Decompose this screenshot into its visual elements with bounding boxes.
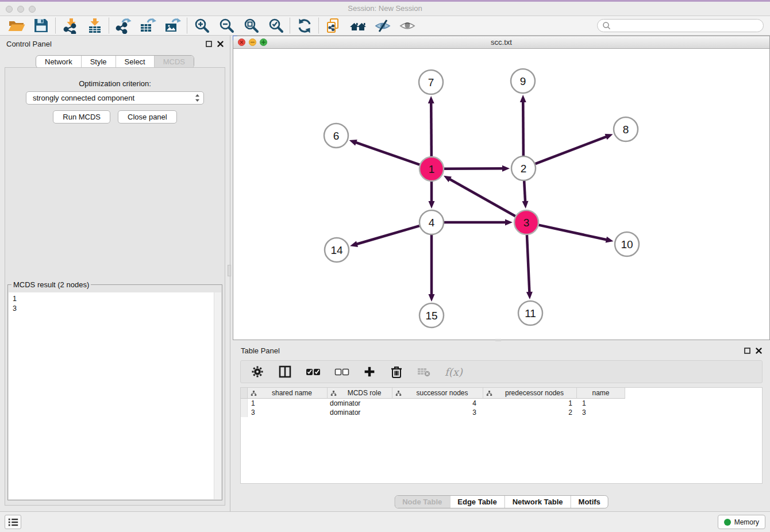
network-graph[interactable]: 7968124314101511: [233, 49, 769, 340]
tab-network-table[interactable]: Network Table: [505, 496, 571, 508]
table-cell[interactable]: dominator: [328, 399, 392, 408]
zoom-window-button[interactable]: [29, 6, 36, 13]
column-header-name[interactable]: name: [577, 388, 625, 399]
zoom-fit-button[interactable]: [238, 17, 263, 34]
column-header-MCDS-role[interactable]: MCDS role: [328, 388, 392, 399]
graph-edge-4-14[interactable]: [356, 226, 419, 244]
create-column-button[interactable]: [363, 365, 376, 378]
memory-status-button[interactable]: Memory: [718, 515, 765, 529]
float-panel-icon[interactable]: [206, 41, 212, 47]
close-network-button[interactable]: [238, 38, 245, 46]
table-cell[interactable]: 1: [483, 399, 577, 408]
save-session-button[interactable]: [29, 17, 53, 34]
table-cell[interactable]: 3: [248, 408, 328, 417]
row-header: [241, 408, 248, 417]
export-network-button[interactable]: [111, 17, 136, 34]
table-row[interactable]: 1dominator411: [241, 399, 762, 408]
graph-edge-2-8[interactable]: [536, 136, 608, 164]
vertical-splitter-grip[interactable]: [228, 265, 231, 276]
graph-node-7[interactable]: 7: [419, 70, 443, 94]
deselect-all-button[interactable]: [334, 367, 349, 377]
optimization-criterion-select[interactable]: strongly connected component: [26, 91, 204, 105]
table-cell[interactable]: dominator: [328, 408, 392, 417]
table-row[interactable]: 3dominator323: [241, 408, 762, 417]
result-scrollbar[interactable]: [214, 292, 221, 499]
network-canvas[interactable]: 7968124314101511: [233, 49, 769, 340]
delete-column-button[interactable]: [390, 365, 403, 379]
zoom-out-button[interactable]: [214, 17, 238, 34]
graph-edge-2-3[interactable]: [524, 181, 525, 203]
export-table-button[interactable]: [136, 17, 160, 34]
column-header-successor-nodes[interactable]: successor nodes: [392, 388, 483, 399]
tab-select[interactable]: Select: [116, 56, 154, 68]
graph-node-11[interactable]: 11: [518, 301, 542, 325]
tab-mcds[interactable]: MCDS: [154, 56, 194, 68]
graph-node-2[interactable]: 2: [511, 156, 536, 180]
table-cell[interactable]: 2: [483, 408, 577, 417]
function-builder-button-disabled[interactable]: f(x): [445, 366, 463, 378]
table-cell[interactable]: 3: [392, 408, 483, 417]
close-panel-icon[interactable]: [756, 348, 762, 354]
tab-motifs[interactable]: Motifs: [571, 496, 608, 508]
close-window-button[interactable]: [6, 6, 13, 13]
tab-style[interactable]: Style: [81, 56, 116, 68]
hide-selected-button[interactable]: [370, 17, 395, 34]
graph-edge-1-2[interactable]: [444, 168, 504, 169]
graph-edge-1-6[interactable]: [355, 142, 419, 165]
export-image-button[interactable]: [160, 17, 185, 34]
graph-edge-arrowhead: [428, 96, 434, 103]
table-cell[interactable]: 1: [248, 399, 328, 408]
select-all-button[interactable]: [306, 367, 321, 377]
graph-edge-1-7[interactable]: [431, 102, 432, 156]
macos-window-controls[interactable]: [6, 6, 36, 13]
graph-node-3[interactable]: 3: [514, 210, 538, 234]
node-table[interactable]: shared nameMCDS rolesuccessor nodesprede…: [240, 387, 763, 484]
tab-edge-table[interactable]: Edge Table: [449, 496, 504, 508]
import-network-button[interactable]: [57, 17, 82, 34]
graph-edge-2-9[interactable]: [523, 101, 523, 156]
tab-node-table[interactable]: Node Table: [395, 496, 449, 508]
search-input[interactable]: [611, 22, 759, 30]
first-neighbors-button[interactable]: [345, 17, 370, 34]
column-header-predecessor-nodes[interactable]: predecessor nodes: [483, 388, 577, 399]
graph-node-14[interactable]: 14: [325, 238, 349, 262]
graph-node-8[interactable]: 8: [614, 117, 638, 141]
zoom-in-button[interactable]: [189, 17, 214, 34]
graph-edge-3-11[interactable]: [527, 235, 530, 294]
table-cell[interactable]: 4: [392, 399, 483, 408]
graph-node-15[interactable]: 15: [419, 303, 444, 327]
graph-edge-3-10[interactable]: [538, 225, 607, 240]
import-table-button[interactable]: [82, 17, 107, 34]
graph-node-9[interactable]: 9: [511, 69, 535, 93]
network-window-controls[interactable]: [238, 38, 267, 46]
minimize-network-button[interactable]: [249, 38, 256, 46]
open-session-button[interactable]: [4, 17, 29, 34]
clone-network-button[interactable]: [321, 17, 345, 34]
graph-node-10[interactable]: 10: [615, 232, 639, 256]
float-panel-icon[interactable]: [744, 348, 750, 354]
delete-table-button-disabled[interactable]: [417, 366, 431, 377]
run-mcds-button[interactable]: Run MCDS: [53, 110, 110, 124]
graph-node-4[interactable]: 4: [419, 210, 444, 234]
table-cell[interactable]: 3: [577, 408, 625, 417]
close-panel-icon[interactable]: [217, 41, 224, 47]
network-window-titlebar[interactable]: scc.txt: [233, 36, 769, 49]
horizontal-splitter-grip[interactable]: [495, 339, 501, 341]
minimize-window-button[interactable]: [17, 6, 24, 13]
refresh-layout-button[interactable]: [292, 17, 317, 34]
table-options-button[interactable]: [251, 365, 264, 379]
close-panel-button[interactable]: Close panel: [118, 110, 177, 124]
tab-network[interactable]: Network: [36, 56, 81, 68]
mcds-result-list[interactable]: 1 3: [9, 292, 221, 499]
table-cell[interactable]: 1: [577, 399, 625, 408]
graph-node-6[interactable]: 6: [324, 124, 348, 148]
column-header-shared-name[interactable]: shared name: [248, 388, 328, 399]
show-columns-button[interactable]: [278, 365, 292, 379]
search-field[interactable]: [597, 19, 764, 32]
graph-node-1[interactable]: 1: [419, 157, 444, 181]
graph-edge-3-1[interactable]: [449, 179, 515, 217]
task-history-button[interactable]: [5, 515, 21, 529]
maximize-network-button[interactable]: [260, 38, 267, 46]
show-all-button[interactable]: [395, 17, 419, 34]
zoom-selected-button[interactable]: [263, 17, 288, 34]
